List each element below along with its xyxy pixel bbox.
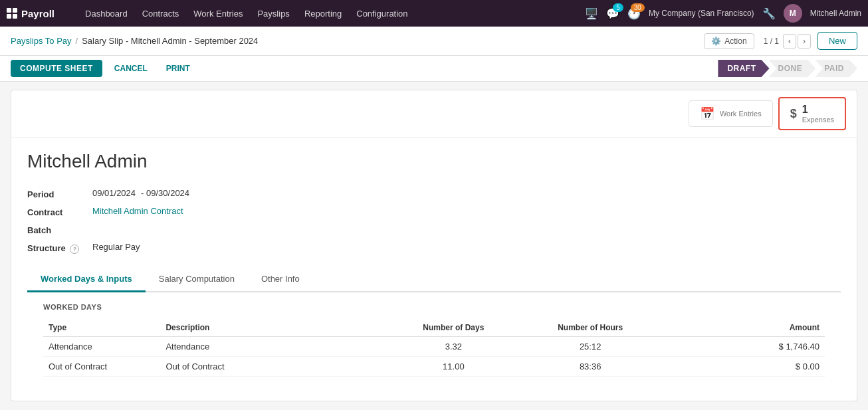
batch-label: Batch [27,224,87,235]
cell-days: 3.32 [395,336,512,356]
period-row: Period 09/01/2024 - 09/30/2024 [27,188,841,199]
period-start[interactable]: 09/01/2024 [92,188,136,198]
company-name[interactable]: My Company (San Francisco) [649,9,754,18]
table-body: Attendance Attendance 3.32 25:12 $ 1,746… [43,336,825,376]
nav-reporting[interactable]: Reporting [298,6,348,21]
status-done[interactable]: DONE [769,60,816,77]
breadcrumb-bar: Payslips To Pay / Salary Slip - Mitchell… [0,27,868,56]
action-label: Action [724,37,746,46]
breadcrumb-current: Salary Slip - Mitchell Admin - September… [82,36,258,46]
status-draft[interactable]: DRAFT [718,60,769,77]
tools-icon[interactable]: 🔧 [762,7,776,20]
action-bar: COMPUTE SHEET CANCEL PRINT DRAFT DONE PA… [0,56,868,82]
print-button[interactable]: PRINT [160,60,197,77]
messages-icon[interactable]: 💬 5 [606,7,619,20]
form-fields: Period 09/01/2024 - 09/30/2024 Contract … [27,188,841,254]
expenses-button[interactable]: $ 1 Expenses [778,97,846,130]
compute-sheet-button[interactable]: COMPUTE SHEET [11,60,102,77]
cancel-button[interactable]: CANCEL [108,60,154,77]
app-logo[interactable]: Payroll [7,8,68,19]
expenses-label: Expenses [802,116,834,124]
status-paid[interactable]: PAID [815,60,857,77]
activities-icon[interactable]: 🕐 30 [627,7,641,20]
nav-configuration[interactable]: Configuration [350,6,414,21]
username: Mitchell Admin [810,9,861,18]
employee-name: Mitchell Admin [27,151,841,172]
navigation-arrows: 1 / 1 ‹ › [761,34,811,49]
breadcrumb-separator: / [76,36,78,46]
nav-dashboard[interactable]: Dashboard [78,6,134,21]
period-label: Period [27,188,87,199]
grid-icon [7,8,17,19]
user-avatar[interactable]: M [784,4,802,23]
nav-contracts[interactable]: Contracts [136,6,186,21]
prev-button[interactable]: ‹ [783,34,796,49]
tab-worked-days[interactable]: Worked Days & Inputs [27,267,146,292]
action-bar-left: COMPUTE SHEET CANCEL PRINT [11,60,197,77]
dollar-icon: $ [790,107,797,121]
content-card: 📅 Work Entries $ 1 Expenses Mitchell Adm… [11,90,857,401]
period-separator: - 09/30/2024 [141,188,189,198]
activities-badge: 30 [631,3,645,12]
nav-payslips[interactable]: Payslips [251,6,296,21]
col-header-days: Number of Days [395,319,512,337]
form-area: Mitchell Admin Period 09/01/2024 - 09/30… [11,138,857,401]
cell-type: Out of Contract [43,356,160,376]
work-entries-label: Work Entries [720,110,762,118]
structure-value: Regular Pay [92,242,140,252]
col-header-hours: Number of Hours [512,319,669,337]
app-name: Payroll [21,8,54,19]
status-pipeline: DRAFT DONE PAID [718,60,857,77]
table-area: WORKED DAYS Type Description Number of D… [27,292,841,387]
structure-row: Structure ? Regular Pay [27,242,841,254]
work-entries-button[interactable]: 📅 Work Entries [689,100,773,127]
top-menu: Dashboard Contracts Work Entries Payslip… [78,6,585,21]
worked-days-title: WORKED DAYS [43,303,825,311]
messages-badge: 5 [613,3,623,12]
support-icon[interactable]: 🖥️ [585,7,598,20]
cell-days: 11.00 [395,356,512,376]
worked-days-table: Type Description Number of Days Number o… [43,319,825,377]
structure-help-icon[interactable]: ? [70,245,79,254]
cell-hours: 25:12 [512,336,669,356]
next-button[interactable]: › [798,34,811,49]
col-header-type: Type [43,319,160,337]
structure-label: Structure ? [27,242,87,254]
contract-row: Contract Mitchell Admin Contract [27,206,841,217]
smart-buttons: 📅 Work Entries $ 1 Expenses [11,90,857,138]
table-row[interactable]: Attendance Attendance 3.32 25:12 $ 1,746… [43,336,825,356]
nav-position: 1 / 1 [764,37,779,46]
breadcrumb-parent[interactable]: Payslips To Pay [11,36,72,46]
cell-description: Attendance [160,336,395,356]
breadcrumb-actions: ⚙️ Action 1 / 1 ‹ › New [704,32,857,50]
tabs: Worked Days & Inputs Salary Computation … [27,267,841,292]
top-navigation: Payroll Dashboard Contracts Work Entries… [0,0,868,27]
cell-description: Out of Contract [160,356,395,376]
new-button[interactable]: New [817,32,857,50]
period-value: 09/01/2024 - 09/30/2024 [92,188,189,198]
tab-salary-computation[interactable]: Salary Computation [146,267,248,292]
contract-label: Contract [27,206,87,217]
cell-type: Attendance [43,336,160,356]
breadcrumb: Payslips To Pay / Salary Slip - Mitchell… [11,36,258,46]
cell-amount: $ 0.00 [669,356,825,376]
col-header-description: Description [160,319,395,337]
col-header-amount: Amount [669,319,825,337]
tab-other-info[interactable]: Other Info [248,267,313,292]
nav-work-entries[interactable]: Work Entries [187,6,249,21]
main-content: 📅 Work Entries $ 1 Expenses Mitchell Adm… [0,82,868,409]
topnav-right: 🖥️ 💬 5 🕐 30 My Company (San Francisco) 🔧… [585,4,861,23]
batch-row: Batch [27,224,841,235]
expenses-count: 1 [802,104,834,116]
cell-amount: $ 1,746.40 [669,336,825,356]
contract-value[interactable]: Mitchell Admin Contract [92,206,183,216]
table-header-row: Type Description Number of Days Number o… [43,319,825,337]
action-button[interactable]: ⚙️ Action [704,33,754,49]
calendar-icon: 📅 [700,106,714,121]
table-row[interactable]: Out of Contract Out of Contract 11.00 83… [43,356,825,376]
gear-icon: ⚙️ [711,37,721,46]
cell-hours: 83:36 [512,356,669,376]
